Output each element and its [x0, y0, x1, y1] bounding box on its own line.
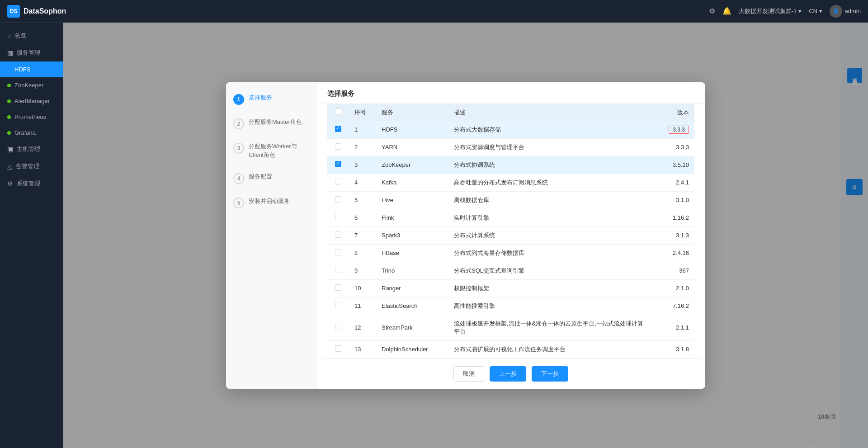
row-seq: 10	[349, 279, 376, 297]
row-desc: 分布式计算系统	[448, 226, 649, 244]
user-info[interactable]: 👤 admin	[830, 5, 861, 18]
row-seq: 7	[349, 226, 376, 244]
avatar: 👤	[830, 5, 842, 18]
row-seq: 11	[349, 297, 376, 315]
sidebar-item-service-mgmt[interactable]: ▦ 服务管理	[0, 44, 63, 61]
table-row[interactable]: 9 Trino 分布式SQL交互式查询引擎 367	[327, 262, 694, 279]
row-checkbox[interactable]	[335, 284, 341, 291]
table-row[interactable]: 2 YARN 分布式资源调度与管理平台 3.3.3	[327, 138, 694, 156]
row-service: HBase	[376, 244, 448, 262]
row-checkbox-cell[interactable]	[327, 209, 349, 226]
row-checkbox-cell[interactable]	[327, 156, 349, 174]
header-checkbox-col[interactable]	[327, 104, 349, 121]
next-button[interactable]: 下一步	[532, 366, 568, 382]
sidebar-item-grafana[interactable]: Grafana	[0, 125, 63, 141]
header-service: 服务	[376, 104, 448, 121]
row-seq: 13	[349, 340, 376, 358]
row-checkbox-cell[interactable]	[327, 174, 349, 191]
row-checkbox[interactable]	[335, 231, 341, 238]
sidebar-item-label: ZooKeeper	[14, 82, 43, 89]
cluster-selector[interactable]: 大数据开发测试集群-1 ▾	[739, 7, 802, 15]
prev-button[interactable]: 上一步	[490, 366, 526, 382]
row-checkbox[interactable]	[335, 302, 341, 308]
table-row[interactable]: 11 ElasticSearch 高性能搜索引擎 7.16.2	[327, 297, 694, 315]
row-seq: 12	[349, 315, 376, 340]
row-checkbox-cell[interactable]	[327, 244, 349, 262]
row-desc: 权限控制框架	[448, 279, 649, 297]
table-row[interactable]: 7 Spark3 分布式计算系统 3.1.3	[327, 226, 694, 244]
sidebar-item-overview[interactable]: ○ 总览	[0, 27, 63, 44]
row-checkbox[interactable]	[335, 196, 341, 203]
language-selector[interactable]: CN ▾	[809, 8, 822, 14]
row-service: HDFS	[376, 121, 448, 139]
app-logo: DS DataSophon	[7, 5, 66, 18]
row-checkbox-cell[interactable]	[327, 340, 349, 358]
row-seq: 3	[349, 156, 376, 174]
table-row[interactable]: 10 Ranger 权限控制框架 2.1.0	[327, 279, 694, 297]
table-row[interactable]: 5 Hive 离线数据仓库 3.1.0	[327, 191, 694, 209]
row-seq: 9	[349, 262, 376, 279]
topbar-right: ⚙ 🔔 大数据开发测试集群-1 ▾ CN ▾ 👤 admin	[709, 5, 861, 18]
table-row[interactable]: 13 DolphinScheduler 分布式易扩展的可视化工作流任务调度平台 …	[327, 340, 694, 358]
sidebar-item-host-mgmt[interactable]: ▣ 主机管理	[0, 141, 63, 158]
select-all-checkbox[interactable]	[335, 108, 341, 115]
row-version: 1.16.2	[649, 209, 694, 226]
sidebar-item-hdfs[interactable]: HDFS	[0, 61, 63, 77]
table-row[interactable]: 12 StreamPark 流处理极速开发框架,流批一体&湖仓一体的云原生平台,…	[327, 315, 694, 340]
sidebar-item-label: 服务管理	[17, 49, 40, 57]
row-checkbox[interactable]	[335, 267, 341, 273]
steps-sidebar: 1 选择服务 2 分配服务Master角色 3 分配服务Worker与Clien…	[226, 82, 316, 389]
row-checkbox-cell[interactable]	[327, 138, 349, 156]
version-value: 3.1.0	[676, 197, 689, 203]
row-checkbox-cell[interactable]	[327, 121, 349, 139]
version-value: 3.5.10	[673, 161, 689, 168]
username: admin	[845, 8, 861, 14]
sidebar-item-prometheus[interactable]: Prometheus	[0, 109, 63, 125]
row-checkbox[interactable]	[335, 324, 341, 330]
cluster-name: 大数据开发测试集群-1	[739, 7, 797, 15]
row-checkbox-cell[interactable]	[327, 297, 349, 315]
table-row[interactable]: 4 Kafka 高吞吐量的分布式发布订阅消息系统 2.4.1	[327, 174, 694, 191]
step-5-label: 安装并启动服务	[249, 197, 290, 206]
row-checkbox[interactable]	[335, 345, 341, 352]
row-checkbox-cell[interactable]	[327, 315, 349, 340]
cluster-dropdown-icon: ▾	[798, 8, 802, 14]
sidebar-item-zookeeper[interactable]: ZooKeeper	[0, 77, 63, 93]
row-desc: 分布式列式海量存储数据库	[448, 244, 649, 262]
app-name: DataSophon	[24, 7, 66, 15]
topbar: DS DataSophon ⚙ 🔔 大数据开发测试集群-1 ▾ CN ▾ 👤 a…	[0, 0, 868, 23]
step-2-label: 分配服务Master角色	[249, 118, 302, 127]
row-version: 3.1.8	[649, 340, 694, 358]
lang-label: CN	[809, 8, 817, 14]
row-checkbox[interactable]	[335, 143, 341, 150]
table-row[interactable]: 6 Flink 实时计算引擎 1.16.2	[327, 209, 694, 226]
gear-icon[interactable]: ⚙	[709, 7, 715, 15]
row-checkbox[interactable]	[335, 179, 341, 185]
row-checkbox-cell[interactable]	[327, 226, 349, 244]
sidebar-item-sys-mgmt[interactable]: ⚙ 系统管理	[0, 175, 63, 192]
row-checkbox-cell[interactable]	[327, 279, 349, 297]
row-checkbox[interactable]	[335, 214, 341, 220]
sidebar-item-alert-mgmt[interactable]: △ 告警管理	[0, 158, 63, 175]
version-highlighted: 3.3.3	[669, 126, 689, 134]
table-row[interactable]: 3 ZooKeeper 分布式协调系统 3.5.10	[327, 156, 694, 174]
row-checkbox[interactable]	[335, 249, 341, 255]
table-row[interactable]: 8 HBase 分布式列式海量存储数据库 2.4.16	[327, 244, 694, 262]
row-version: 3.1.0	[649, 191, 694, 209]
cancel-button[interactable]: 取消	[453, 366, 484, 382]
row-desc: 分布式协调系统	[448, 156, 649, 174]
row-checkbox[interactable]	[335, 161, 341, 167]
sidebar-item-label: Grafana	[14, 129, 36, 136]
row-service: ElasticSearch	[376, 297, 448, 315]
table-row[interactable]: 1 HDFS 分布式大数据存储 3.3.3	[327, 121, 694, 139]
sidebar-item-alertmanager[interactable]: AlertManager	[0, 93, 63, 109]
step-3-label: 分配服务Worker与Client角色	[249, 142, 309, 160]
version-value: 2.1.0	[676, 285, 689, 292]
row-checkbox[interactable]	[335, 126, 341, 132]
bell-icon[interactable]: 🔔	[722, 7, 731, 15]
row-checkbox-cell[interactable]	[327, 262, 349, 279]
table-container[interactable]: 序号 服务 描述 版本 1 HDFS 分布式大数据存储	[316, 104, 705, 358]
row-checkbox-cell[interactable]	[327, 191, 349, 209]
sys-mgmt-icon: ⚙	[7, 180, 13, 187]
row-service: Kafka	[376, 174, 448, 191]
